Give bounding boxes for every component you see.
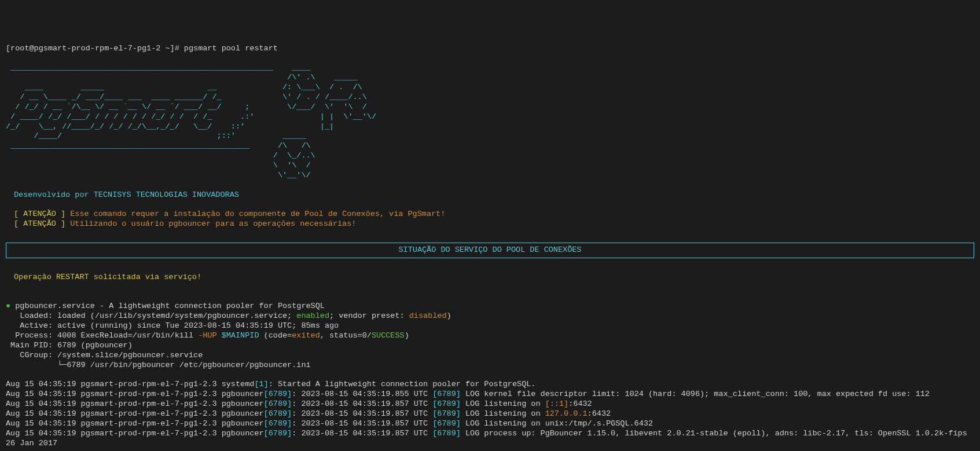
log-l3-c: LOG listening on bbox=[461, 399, 545, 408]
preset-state: disabled bbox=[409, 311, 447, 320]
log-l3-addr: [::1] bbox=[545, 399, 569, 408]
log-l4-d: :6432 bbox=[588, 409, 611, 418]
log-l3-a: Aug 15 04:35:19 pgsmart-prod-rpm-el-7-pg… bbox=[6, 399, 264, 408]
service-process-e: ) bbox=[405, 331, 409, 340]
log-l4-pid2: [6789] bbox=[432, 409, 461, 418]
log-l3-d: :6432 bbox=[568, 399, 592, 408]
log-l6-a: Aug 15 04:35:19 pgsmart-prod-rpm-el-7-pg… bbox=[6, 429, 264, 438]
shell-prompt: [root@pgsmart-prod-rpm-el-7-pg1-2 ~]# bbox=[6, 44, 184, 53]
log-l6-pid: [6789] bbox=[264, 429, 292, 438]
log-l4-addr: 127.0.0.1 bbox=[545, 409, 588, 418]
sp bbox=[217, 331, 222, 340]
log-l4-a: Aug 15 04:35:19 pgsmart-prod-rpm-el-7-pg… bbox=[6, 409, 264, 418]
developed-by: Desenvolvido por TECNISYS TECNOLOGIAS IN… bbox=[14, 190, 239, 199]
log-l3-pid: [6789] bbox=[264, 399, 292, 408]
code-exited: exited bbox=[292, 331, 320, 340]
log-l5-c: LOG listening on unix:/tmp/.s.PGSQL.6432 bbox=[461, 419, 653, 428]
log-l2-pid: [6789] bbox=[264, 390, 292, 398]
service-loaded: Loaded: loaded (/usr/lib/systemd/system/… bbox=[6, 311, 296, 320]
enabled-state: enabled bbox=[296, 311, 329, 320]
log-l2-a: Aug 15 04:35:19 pgsmart-prod-rpm-el-7-pg… bbox=[6, 390, 264, 398]
log-l6-b: : 2023-08-15 04:35:19.857 UTC bbox=[292, 429, 432, 438]
log-l5-pid: [6789] bbox=[264, 419, 292, 428]
log-l2-pid2: [6789] bbox=[432, 390, 461, 398]
log-l2-b: : 2023-08-15 04:35:19.855 UTC bbox=[292, 390, 432, 398]
log-l3-pid2: [6789] bbox=[432, 399, 461, 408]
log-l4-b: : 2023-08-15 04:35:19.857 UTC bbox=[292, 409, 432, 418]
service-cgroup-1: CGroup: /system.slice/pgbouncer.service bbox=[6, 351, 203, 360]
status-header-box: SITUAÇÃO DO SERVIÇO DO POOL DE CONEXÕES bbox=[6, 243, 974, 258]
log-l1-pid: [1] bbox=[254, 380, 268, 388]
status-title: SITUAÇÃO DO SERVIÇO DO POOL DE CONEXÕES bbox=[399, 245, 582, 254]
status-success: SUCCESS bbox=[372, 331, 405, 340]
log-l2-c: LOG kernel file descriptor limit: 1024 (… bbox=[461, 390, 930, 398]
warning-line-2: Utilizando o usuário pgbouncer para as o… bbox=[70, 219, 356, 228]
log-l4-c: LOG listening on bbox=[461, 409, 545, 418]
operation-message: Operação RESTART solicitada via serviço! bbox=[14, 273, 201, 281]
mainpid-var: $MAINPID bbox=[222, 331, 259, 340]
log-l1-b: : Started A lightweight connection poole… bbox=[269, 380, 536, 388]
log-l6-pid2: [6789] bbox=[432, 429, 461, 438]
warning-tag: [ ATENÇÃO ] bbox=[14, 210, 70, 218]
log-l1-a: Aug 15 04:35:19 pgsmart-prod-rpm-el-7-pg… bbox=[6, 380, 254, 388]
service-process-a: Process: 4008 ExecReload=/usr/bin/kill bbox=[6, 331, 198, 340]
signal-hup: -HUP bbox=[198, 331, 216, 340]
service-header: pgbouncer.service - A lightweight connec… bbox=[15, 302, 325, 310]
log-l3-b: : 2023-08-15 04:35:19.857 UTC bbox=[292, 399, 432, 408]
service-cgroup-2: └─6789 /usr/bin/pgbouncer /etc/pgbouncer… bbox=[6, 361, 311, 369]
command-input[interactable]: pgsmart pool restart bbox=[184, 44, 278, 53]
log-l5-a: Aug 15 04:35:19 pgsmart-prod-rpm-el-7-pg… bbox=[6, 419, 264, 428]
warning-tag: [ ATENÇÃO ] bbox=[14, 219, 70, 228]
warning-line-1: Esse comando requer a instalação do comp… bbox=[70, 210, 445, 218]
log-l4-pid: [6789] bbox=[264, 409, 292, 418]
log-l5-pid2: [6789] bbox=[432, 419, 461, 428]
service-loaded-b: ; vendor preset: bbox=[329, 311, 409, 320]
status-bullet-icon: ● bbox=[6, 302, 15, 310]
ascii-banner: ________________________________________… bbox=[6, 63, 376, 179]
log-l5-b: : 2023-08-15 04:35:19.857 UTC bbox=[292, 419, 432, 428]
service-process-c: (code= bbox=[259, 331, 292, 340]
service-loaded-c: ) bbox=[447, 311, 452, 320]
service-mainpid: Main PID: 6789 (pgbouncer) bbox=[6, 341, 133, 350]
service-active: Active: active (running) since Tue 2023-… bbox=[6, 321, 339, 330]
service-process-d: , status=0/ bbox=[320, 331, 372, 340]
